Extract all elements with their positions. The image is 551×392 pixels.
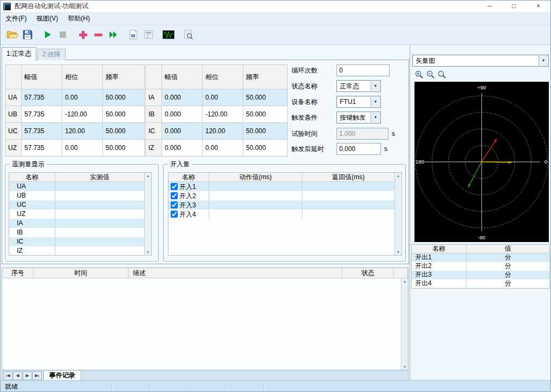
do-row: 开出2 分 — [412, 262, 549, 271]
close-button[interactable]: × — [526, 1, 550, 12]
state-tabstrip: 1:正常态 2:故障 — [2, 47, 67, 60]
voltage-uz-frequency-cell[interactable]: 50.000 — [103, 140, 145, 156]
word-report-button[interactable]: W — [126, 28, 141, 42]
digital-input-group-title: 开入量 — [168, 160, 192, 168]
scroll-up-icon[interactable]: ▲ — [403, 279, 407, 283]
telemetry-row: UA — [9, 182, 144, 191]
run-all-button[interactable] — [106, 28, 121, 42]
cycle-count-input[interactable] — [336, 64, 390, 76]
scroll-down-icon[interactable]: ▼ — [397, 250, 400, 254]
di-row: 开入1 — [168, 182, 394, 191]
svg-text:W: W — [131, 33, 135, 38]
menu-view[interactable]: 视图(V) — [31, 12, 63, 25]
voltage-uc-phase-cell[interactable]: 120.00 — [62, 123, 103, 140]
current-header-phase: 相位 — [203, 65, 243, 89]
voltage-uz-phase-cell[interactable]: 0.00 — [62, 140, 103, 156]
statusbar-separator — [187, 383, 189, 390]
remove-state-button[interactable] — [90, 28, 106, 42]
scroll-down-icon[interactable]: ▼ — [403, 365, 407, 369]
waveform-icon — [163, 30, 174, 40]
stop-test-button[interactable] — [55, 28, 70, 42]
start-test-button[interactable] — [40, 28, 55, 42]
event-header-time: 时间 — [34, 268, 128, 278]
trigger-delay-input[interactable] — [336, 143, 381, 155]
di-1-checkbox[interactable] — [171, 183, 178, 190]
current-iz-frequency-cell[interactable]: 50.000 — [243, 140, 288, 156]
digital-input-group: 开入量 名称 动作值(ms) 返回值(ms) 开入1 开入2 开入3 开入4 — [163, 164, 406, 262]
current-ia-phase-cell[interactable]: 0.00 — [203, 89, 243, 106]
current-ic-phase-cell[interactable]: 120.00 — [203, 123, 243, 140]
vector-yellow — [482, 162, 512, 162]
prev-tab-button[interactable]: ◀ — [13, 371, 22, 380]
do-row: 开出4 分 — [412, 279, 549, 288]
state-name-label: 状态名称 — [291, 80, 337, 92]
telemetry-scrollbar[interactable]: ▲ ▼ — [144, 173, 151, 255]
di-1-label: 开入1 — [179, 182, 196, 191]
current-ib-phase-cell[interactable]: -120.00 — [203, 106, 243, 123]
current-ic-amplitude-cell[interactable]: 0.000 — [162, 123, 203, 140]
waveform-button[interactable] — [161, 28, 176, 42]
event-header-desc: 描述 — [128, 268, 342, 278]
trigger-condition-select[interactable]: 按键触发 ▼ — [336, 112, 381, 123]
current-ib-frequency-cell[interactable]: 50.000 — [243, 106, 288, 123]
axis-label-left: 180 — [416, 159, 424, 165]
digital-input-scrollbar[interactable]: ▲ ▼ — [394, 173, 401, 255]
voltage-ub-amplitude-cell[interactable]: 57.735 — [22, 106, 62, 123]
first-tab-button[interactable]: |◀ — [3, 371, 12, 380]
report-view-button[interactable] — [141, 28, 156, 42]
scroll-up-icon[interactable]: ▲ — [146, 174, 150, 178]
do-3-value: 分 — [466, 271, 549, 279]
cycle-count-label: 循环次数 — [291, 64, 337, 76]
di-2-checkbox[interactable] — [171, 192, 178, 199]
current-iz-amplitude-cell[interactable]: 0.000 — [162, 140, 203, 156]
current-ic-frequency-cell[interactable]: 50.000 — [243, 123, 288, 140]
save-button[interactable] — [20, 28, 35, 42]
status-text: 就绪 — [5, 382, 18, 391]
di-4-checkbox[interactable] — [171, 211, 178, 218]
tab-fault-state[interactable]: 2:故障 — [37, 49, 66, 60]
voltage-uc-amplitude-cell[interactable]: 57.735 — [22, 123, 62, 140]
di-1-return-cell — [302, 182, 394, 191]
voltage-ub-phase-cell[interactable]: -120.00 — [62, 106, 103, 123]
zoom-reset-button[interactable] — [436, 69, 447, 80]
trigger-condition-label: 触发条件 — [291, 112, 337, 123]
current-ib-amplitude-cell[interactable]: 0.000 — [162, 106, 203, 123]
tab-normal-state[interactable]: 1:正常态 — [2, 47, 36, 60]
di-return-header: 返回值(ms) — [302, 173, 394, 181]
menu-file[interactable]: 文件(F) — [1, 12, 31, 25]
current-iz-phase-cell[interactable]: 0.00 — [203, 140, 243, 156]
event-scrollbar[interactable]: ▲ ▼ — [401, 278, 408, 370]
next-tab-button[interactable]: ▶ — [23, 371, 32, 380]
voltage-ua-amplitude-cell[interactable]: 57.735 — [22, 89, 62, 106]
voltage-ua-phase-cell[interactable]: 0.00 — [62, 89, 103, 106]
di-3-checkbox[interactable] — [171, 201, 178, 208]
play-icon — [43, 30, 52, 39]
minimize-button[interactable]: ─ — [477, 1, 502, 12]
do-3-name: 开出3 — [412, 271, 466, 279]
do-2-value: 分 — [466, 262, 549, 271]
last-tab-button[interactable]: ▶| — [33, 371, 42, 380]
voltage-ua-frequency-cell[interactable]: 50.000 — [103, 89, 145, 106]
scroll-up-icon[interactable]: ▲ — [397, 174, 400, 178]
voltage-uc-frequency-cell[interactable]: 50.000 — [103, 123, 145, 140]
menu-help[interactable]: 帮助(H) — [63, 12, 95, 25]
maximize-button[interactable]: □ — [502, 1, 526, 12]
preview-button[interactable] — [181, 28, 196, 42]
axis-label-top: +90 — [477, 84, 486, 90]
state-name-select[interactable]: 正常态 ▼ — [336, 80, 381, 92]
zoom-in-button[interactable] — [413, 69, 424, 80]
add-state-button[interactable] — [75, 28, 90, 42]
current-ia-frequency-cell[interactable]: 50.000 — [243, 89, 288, 106]
scroll-down-icon[interactable]: ▼ — [146, 250, 150, 254]
do-row: 开出1 分 — [412, 253, 549, 262]
report-document-icon — [144, 30, 153, 40]
view-mode-select[interactable]: 矢量图 ▼ — [412, 55, 549, 67]
voltage-ub-frequency-cell[interactable]: 50.000 — [103, 106, 145, 123]
di-3-return-cell — [302, 200, 394, 210]
event-log-tab[interactable]: 事件记录 — [43, 371, 81, 381]
zoom-out-button[interactable] — [425, 69, 436, 80]
current-ia-amplitude-cell[interactable]: 0.000 — [162, 89, 203, 106]
device-name-select[interactable]: FTU1 ▼ — [336, 96, 381, 108]
voltage-uz-amplitude-cell[interactable]: 57.735 — [22, 140, 62, 156]
open-button[interactable] — [5, 28, 20, 42]
